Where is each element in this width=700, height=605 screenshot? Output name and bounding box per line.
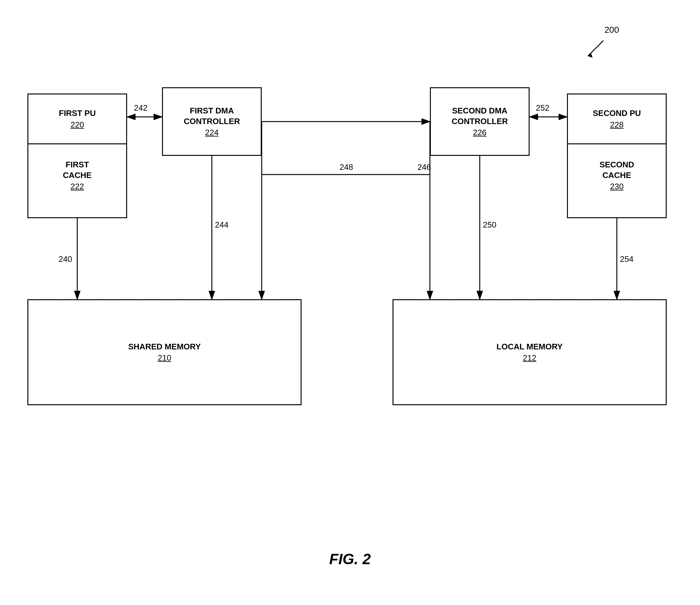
second-pu-number: 228 (610, 120, 623, 130)
ref-label-246: 246 (418, 162, 431, 172)
ref-label-242: 242 (134, 103, 147, 113)
arrow-200-svg (582, 38, 606, 62)
first-pu-number: 220 (70, 120, 84, 130)
shared-memory-box: SHARED MEMORY 210 (27, 299, 302, 405)
local-memory-box: LOCAL MEMORY 212 (393, 299, 667, 405)
ref-label-252: 252 (536, 103, 549, 113)
second-pu-box: SECOND PU 228 (568, 94, 666, 144)
local-memory-number: 212 (523, 353, 536, 363)
ref-label-244: 244 (215, 220, 228, 229)
local-memory-label: LOCAL MEMORY (497, 342, 562, 352)
second-cache-box: SECONDCACHE 230 (568, 144, 666, 207)
ref-label-250: 250 (483, 220, 496, 229)
ref-label-248: 248 (340, 162, 353, 172)
first-pu-label: FIRST PU (59, 108, 96, 119)
figure-caption: FIG. 2 (329, 551, 371, 567)
second-cache-number: 230 (610, 182, 623, 191)
local-memory-texture (394, 300, 666, 404)
ref-label-240: 240 (58, 255, 72, 264)
second-dma-label: SECOND DMACONTROLLER (452, 106, 508, 127)
first-dma-number: 224 (205, 128, 218, 138)
shared-memory-label: SHARED MEMORY (128, 342, 201, 352)
first-pu-cache-block: FIRST PU 220 FIRSTCACHE 222 (27, 94, 127, 218)
first-pu-box: FIRST PU 220 (28, 94, 126, 144)
second-cache-label: SECONDCACHE (599, 160, 634, 181)
diagram-container: 200 FIRST PU 220 FIRSTCACHE 222 FIRST DM… (0, 0, 700, 605)
second-dma-number: 226 (473, 128, 486, 138)
first-dma-label: FIRST DMACONTROLLER (184, 106, 240, 127)
first-cache-box: FIRSTCACHE 222 (28, 144, 126, 207)
shared-memory-texture (28, 300, 301, 404)
first-cache-label: FIRSTCACHE (63, 160, 92, 181)
ref-label-254: 254 (620, 255, 633, 264)
second-dma-box: SECOND DMACONTROLLER 226 (430, 87, 530, 156)
second-pu-label: SECOND PU (593, 108, 641, 119)
shared-memory-number: 210 (158, 353, 171, 363)
second-pu-cache-block: SECOND PU 228 SECONDCACHE 230 (567, 94, 667, 218)
first-dma-box: FIRST DMACONTROLLER 224 (162, 87, 262, 156)
ref-200: 200 (604, 25, 619, 35)
first-cache-number: 222 (70, 182, 84, 191)
